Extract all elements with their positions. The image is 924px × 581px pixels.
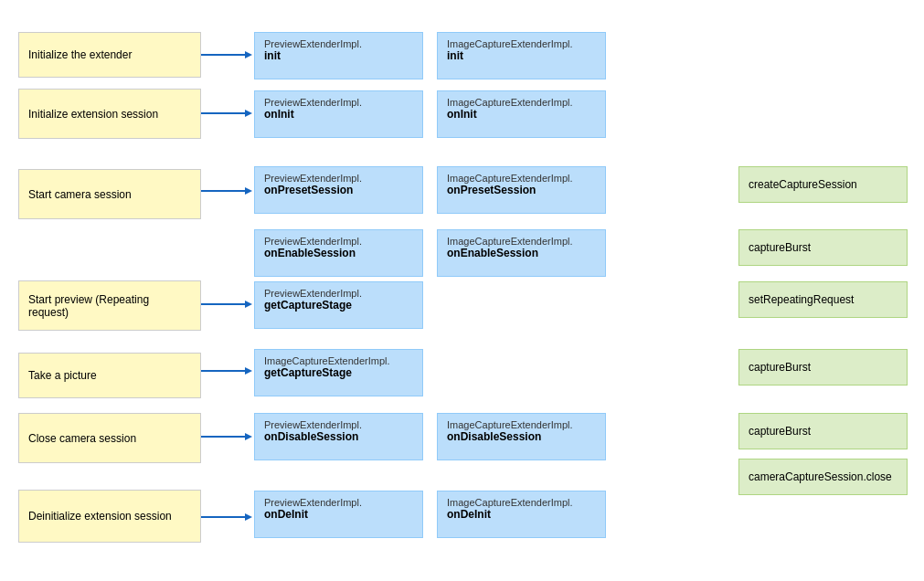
blue-box-image-getcapturestage: ImageCaptureExtenderImpl. getCaptureStag… <box>254 349 423 396</box>
method-class: PreviewExtenderImpl. <box>264 419 413 430</box>
green-box-capture-burst-3: captureBurst <box>738 413 908 449</box>
svg-marker-5 <box>245 187 252 195</box>
method-class: PreviewExtenderImpl. <box>264 38 413 49</box>
method-class: PreviewExtenderImpl. <box>264 173 413 184</box>
yellow-box-start-preview: Start preview (Repeating request) <box>18 280 201 331</box>
svg-marker-11 <box>245 433 252 440</box>
blue-box-image-ondisablesession: ImageCaptureExtenderImpl. onDisableSessi… <box>437 413 606 460</box>
yellow-box-init-session: Initialize extension session <box>18 89 201 139</box>
green-box-camera-capture-close: cameraCaptureSession.close <box>738 459 908 495</box>
method-name: onDeInit <box>264 508 413 521</box>
blue-box-image-onpresetsession: ImageCaptureExtenderImpl. onPresetSessio… <box>437 166 606 214</box>
svg-marker-13 <box>245 513 252 521</box>
green-box-capture-burst-2: captureBurst <box>738 349 908 386</box>
blue-box-image-ondeinit: ImageCaptureExtenderImpl. onDeInit <box>437 491 606 538</box>
method-name: onDisableSession <box>447 430 596 443</box>
yellow-box-take-picture: Take a picture <box>18 353 201 398</box>
green-box-set-repeating-request: setRepeatingRequest <box>738 281 908 318</box>
blue-box-image-init: ImageCaptureExtenderImpl. init <box>437 32 606 79</box>
blue-box-preview-init: PreviewExtenderImpl. init <box>254 32 423 79</box>
blue-box-preview-onenablesession: PreviewExtenderImpl. onEnableSession <box>254 229 423 277</box>
blue-box-image-onenablesession: ImageCaptureExtenderImpl. onEnableSessio… <box>437 229 606 277</box>
method-class: PreviewExtenderImpl. <box>264 236 413 247</box>
green-box-capture-burst-1: captureBurst <box>738 229 908 266</box>
svg-marker-3 <box>245 110 252 117</box>
method-name: onPresetSession <box>264 184 413 196</box>
method-name: onInit <box>447 108 596 121</box>
method-name: onEnableSession <box>447 247 596 259</box>
method-class: ImageCaptureExtenderImpl. <box>447 97 596 108</box>
diagram-container: Initialize the extender Initialize exten… <box>0 0 924 581</box>
blue-box-preview-oninit: PreviewExtenderImpl. onInit <box>254 90 423 138</box>
yellow-box-close-camera: Close camera session <box>18 413 201 463</box>
yellow-box-init-extender: Initialize the extender <box>18 32 201 78</box>
method-name: getCaptureStage <box>264 366 413 379</box>
method-name: onDeInit <box>447 508 596 521</box>
green-box-create-capture-session: createCaptureSession <box>738 166 908 203</box>
method-name: getCaptureStage <box>264 299 413 312</box>
method-name: onInit <box>264 108 413 121</box>
method-class: PreviewExtenderImpl. <box>264 497 413 508</box>
method-class: PreviewExtenderImpl. <box>264 288 413 299</box>
svg-marker-7 <box>245 301 252 308</box>
blue-box-preview-ondisablesession: PreviewExtenderImpl. onDisableSession <box>254 413 423 460</box>
blue-box-preview-getcapturestage: PreviewExtenderImpl. getCaptureStage <box>254 281 423 329</box>
method-name: init <box>447 49 596 62</box>
method-class: PreviewExtenderImpl. <box>264 97 413 108</box>
method-class: ImageCaptureExtenderImpl. <box>447 236 596 247</box>
method-class: ImageCaptureExtenderImpl. <box>264 355 413 366</box>
blue-box-preview-onpresetsession: PreviewExtenderImpl. onPresetSession <box>254 166 423 214</box>
yellow-box-deinit-session: Deinitialize extension session <box>18 490 201 543</box>
blue-box-preview-ondeinit: PreviewExtenderImpl. onDeInit <box>254 491 423 538</box>
svg-marker-9 <box>245 367 252 375</box>
method-class: ImageCaptureExtenderImpl. <box>447 419 596 430</box>
method-name: onEnableSession <box>264 247 413 259</box>
yellow-box-start-camera: Start camera session <box>18 169 201 219</box>
blue-box-image-oninit: ImageCaptureExtenderImpl. onInit <box>437 90 606 138</box>
method-class: ImageCaptureExtenderImpl. <box>447 38 596 49</box>
method-class: ImageCaptureExtenderImpl. <box>447 173 596 184</box>
method-name: onPresetSession <box>447 184 596 196</box>
method-name: init <box>264 49 413 62</box>
method-name: onDisableSession <box>264 430 413 443</box>
svg-marker-1 <box>245 51 252 58</box>
method-class: ImageCaptureExtenderImpl. <box>447 497 596 508</box>
